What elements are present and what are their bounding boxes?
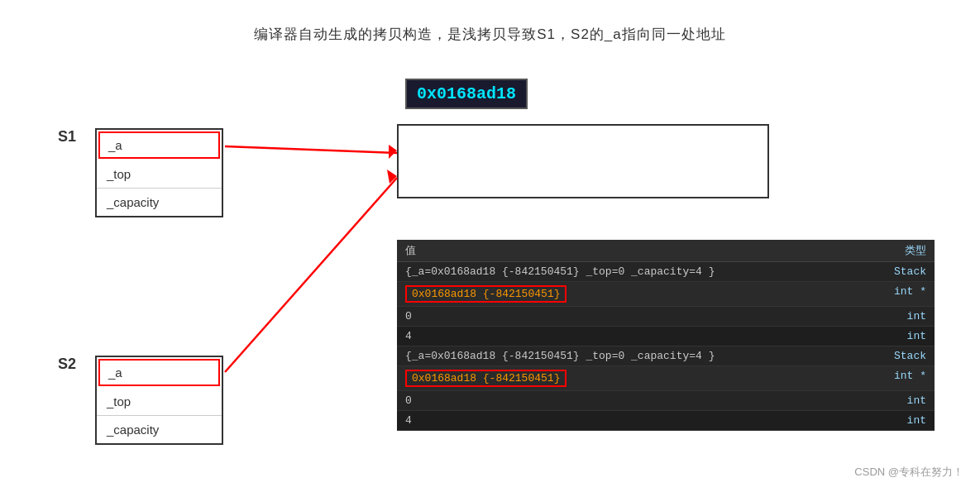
svg-line-1 — [225, 178, 397, 372]
debug-val-5: {_a=0x0168ad18 {-842150451} _top=0 _capa… — [405, 350, 877, 362]
s2-struct-box: _a _top _capacity — [95, 356, 223, 445]
s1-struct-box: _a _top _capacity — [95, 128, 223, 217]
s1-field-a: _a — [98, 131, 220, 159]
debug-type-col: 类型 — [877, 243, 926, 258]
debug-val-8: 4 — [405, 414, 877, 427]
debug-header: 值 类型 — [397, 240, 935, 262]
svg-line-0 — [225, 146, 397, 153]
s2-label: S2 — [58, 356, 76, 373]
debug-type-4: int — [877, 330, 926, 342]
debug-row-8: 4 int — [397, 411, 935, 431]
memory-box — [397, 124, 769, 198]
debug-type-8: int — [877, 414, 926, 427]
debug-row-6: 0x0168ad18 {-842150451} int * — [397, 366, 935, 391]
s2-field-top: _top — [97, 388, 222, 416]
debug-val-2: 0x0168ad18 {-842150451} — [405, 285, 877, 303]
svg-marker-2 — [389, 145, 397, 159]
s2-field-a: _a — [98, 359, 220, 386]
page-title: 编译器自动生成的拷贝构造，是浅拷贝导致S1，S2的_a指向同一处地址 — [0, 0, 980, 44]
debug-val-4: 4 — [405, 330, 877, 342]
debug-row-2: 0x0168ad18 {-842150451} int * — [397, 282, 935, 307]
svg-marker-3 — [387, 170, 397, 184]
debug-type-3: int — [877, 310, 926, 322]
debug-highlight-6: 0x0168ad18 {-842150451} — [405, 370, 566, 387]
debug-val-6: 0x0168ad18 {-842150451} — [405, 370, 877, 387]
watermark: CSDN @专科在努力！ — [854, 465, 963, 480]
address-badge: 0x0168ad18 — [405, 79, 528, 109]
debug-type-7: int — [877, 394, 926, 407]
debug-val-1: {_a=0x0168ad18 {-842150451} _top=0 _capa… — [405, 265, 877, 278]
debug-highlight-2: 0x0168ad18 {-842150451} — [405, 285, 566, 303]
s1-field-top: _top — [97, 160, 222, 189]
s1-field-capacity: _capacity — [97, 189, 222, 216]
debug-panel: 值 类型 {_a=0x0168ad18 {-842150451} _top=0 … — [397, 240, 935, 431]
debug-type-2: int * — [877, 285, 926, 303]
debug-val-7: 0 — [405, 394, 877, 407]
debug-row-1: {_a=0x0168ad18 {-842150451} _top=0 _capa… — [397, 262, 935, 282]
debug-type-5: Stack — [877, 350, 926, 362]
debug-row-4: 4 int — [397, 327, 935, 346]
debug-type-6: int * — [877, 370, 926, 387]
debug-val-3: 0 — [405, 310, 877, 322]
debug-row-7: 0 int — [397, 391, 935, 411]
debug-row-5: {_a=0x0168ad18 {-842150451} _top=0 _capa… — [397, 346, 935, 366]
s2-field-capacity: _capacity — [97, 416, 222, 443]
s1-label: S1 — [58, 128, 76, 146]
debug-type-1: Stack — [877, 265, 926, 278]
debug-row-3: 0 int — [397, 307, 935, 327]
debug-value-col: 值 — [405, 243, 877, 258]
